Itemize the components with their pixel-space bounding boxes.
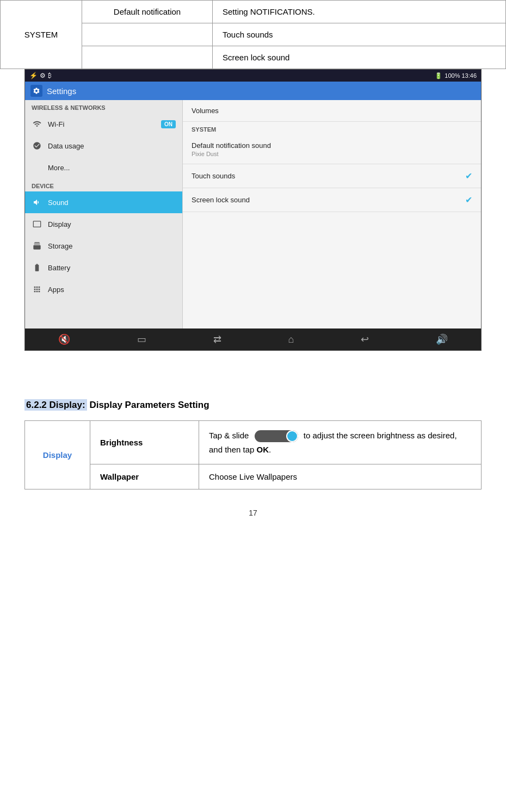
screen-lock-checkmark: ✔ [465,195,472,205]
status-time: 100% 13:46 [445,72,477,79]
more-label: More... [48,164,70,172]
battery-label: Battery [48,264,70,272]
wifi-toggle[interactable]: ON [161,120,176,128]
status-bar-left: ⚡ ⚙ ₿ [29,72,52,79]
settings-body: WIRELESS & NETWORKS Wi-Fi ON Data usage [25,100,481,328]
system-section-label-right: SYSTEM [183,122,481,135]
right-panel-item-touch-sounds[interactable]: Touch sounds ✔ [183,164,481,188]
usb-icon: ⚡ [29,72,38,79]
bottom-table-col1-display: Display [25,421,90,489]
bluetooth-status-icon: ₿ [48,72,52,79]
section-heading-highlight: 6.2.2 Display: [24,399,87,411]
sidebar-item-wifi[interactable]: Wi-Fi ON [25,113,182,135]
default-notification-sound-label: Default notification sound [192,141,271,150]
top-table-col1-system: SYSTEM [1,1,82,69]
status-bar-right: 🔋 100% 13:46 [435,72,477,79]
display-label: Display [48,220,71,228]
spacer [0,351,506,383]
nav-volume-down-icon[interactable]: 🔇 [58,333,70,345]
wallpaper-description: Choose Live Wallpapers [209,472,297,481]
screen-lock-sound-text: Screen lock sound [223,53,289,62]
nav-recent-apps-icon[interactable]: ▭ [137,333,146,345]
right-panel: Volumes SYSTEM Default notification soun… [183,100,481,328]
sidebar-item-storage[interactable]: Storage [25,235,182,257]
nav-menu-icon[interactable]: ⇄ [213,333,221,345]
wireless-section-label: WIRELESS & NETWORKS [25,100,182,113]
bottom-table-brightness-label: Brightness [90,421,199,464]
page-number: 17 [0,500,506,522]
section-heading: 6.2.2 Display: Display Parameters Settin… [24,400,482,411]
wifi-icon [32,119,42,129]
sidebar-item-sound[interactable]: Sound [25,191,182,213]
data-usage-label: Data usage [48,142,84,150]
nav-volume-up-icon[interactable]: 🔊 [436,333,448,345]
ok-text: OK [257,445,269,454]
top-table-col2-empty [82,23,213,46]
volumes-label: Volumes [192,107,219,115]
sound-icon [32,197,42,208]
touch-sounds-text: Touch sounds [223,30,273,39]
nav-bar: 🔇 ▭ ⇄ ⌂ ↩ 🔊 [25,328,481,350]
settings-app-header: Settings [25,82,481,100]
bottom-table-wallpaper-label: Wallpaper [90,464,199,489]
sidebar-item-battery[interactable]: Battery [25,257,182,278]
display-icon [32,219,42,230]
more-icon [32,162,42,173]
battery-icon [32,262,42,273]
default-notification-sub: Pixie Dust [192,151,271,157]
top-table-col3-touch: Touch sounds [213,23,506,46]
sound-label: Sound [48,199,69,207]
right-panel-item-default-notification[interactable]: Default notification sound Pixie Dust [183,135,481,164]
top-table-col2-empty2 [82,46,213,69]
apps-label: Apps [48,286,64,294]
nav-home-icon[interactable]: ⌂ [288,334,294,345]
data-usage-icon [32,140,42,151]
display-row-label: Display [43,450,72,460]
brightness-label: Brightness [100,438,143,447]
default-notification-label: Default notification [114,7,181,16]
touch-sounds-checkmark: ✔ [465,171,472,181]
settings-status-icon: ⚙ [40,72,46,79]
setting-notifications-text: Setting NOTIFICATIONS. [223,7,315,16]
wifi-label: Wi-Fi [48,120,64,128]
top-table-col2-default-notification: Default notification [82,1,213,23]
sidebar-item-more[interactable]: More... [25,157,182,178]
storage-label: Storage [48,242,73,250]
sidebar-item-display[interactable]: Display [25,213,182,235]
sidebar: WIRELESS & NETWORKS Wi-Fi ON Data usage [25,100,183,328]
apps-icon [32,284,42,295]
status-bar: ⚡ ⚙ ₿ 🔋 100% 13:46 [25,70,481,82]
page-number-text: 17 [249,509,257,517]
sidebar-item-data-usage[interactable]: Data usage [25,135,182,157]
android-screenshot: ⚡ ⚙ ₿ 🔋 100% 13:46 Settings WIRELESS & N… [24,69,482,351]
settings-title: Settings [47,86,76,96]
battery-full-icon: 🔋 [435,72,442,79]
top-table: SYSTEM Default notification Setting NOTI… [0,0,506,69]
slider-knob [286,430,298,442]
storage-icon [32,240,42,251]
sidebar-item-apps[interactable]: Apps [25,278,182,300]
bottom-section: 6.2.2 Display: Display Parameters Settin… [0,383,506,500]
brightness-description: Tap & slide to adjust the screen brightn… [209,431,457,454]
top-table-col3-setting: Setting NOTIFICATIONS. [213,1,506,23]
screen-lock-sound-label: Screen lock sound [192,196,250,204]
nav-back-icon[interactable]: ↩ [361,333,369,345]
right-panel-item-screen-lock[interactable]: Screen lock sound ✔ [183,188,481,212]
system-label: SYSTEM [24,30,58,39]
bottom-table-brightness-content: Tap & slide to adjust the screen brightn… [199,421,482,464]
device-section-label: DEVICE [25,178,182,191]
bottom-table-wallpaper-content: Choose Live Wallpapers [199,464,482,489]
brightness-slider[interactable] [255,430,298,442]
touch-sounds-label: Touch sounds [192,172,235,180]
top-table-col3-screen: Screen lock sound [213,46,506,69]
wallpaper-label: Wallpaper [100,472,139,481]
default-notification-content: Default notification sound Pixie Dust [192,141,271,157]
section-heading-rest: Display Parameters Setting [87,400,209,410]
bottom-table: Display Brightness Tap & slide to adjust… [24,420,482,489]
settings-app-icon [30,85,42,97]
volumes-item[interactable]: Volumes [183,100,481,122]
